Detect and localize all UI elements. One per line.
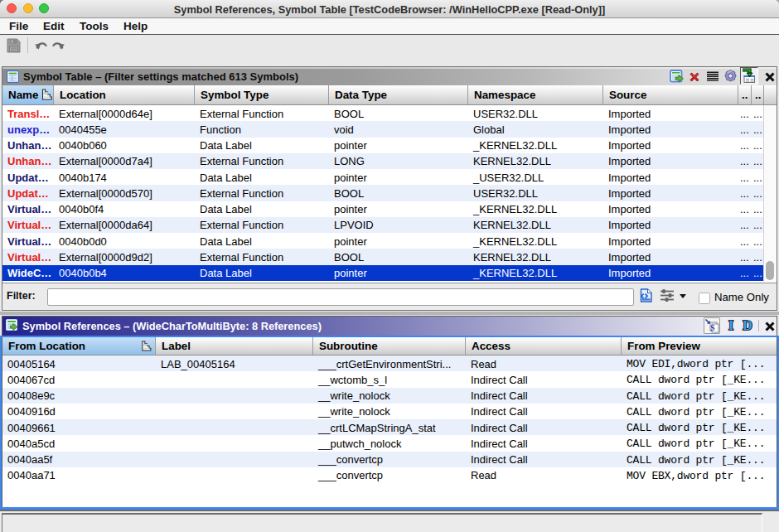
svg-text:D: D [743,318,752,332]
svg-text:I: I [728,318,733,332]
svg-text:S: S [710,324,714,332]
